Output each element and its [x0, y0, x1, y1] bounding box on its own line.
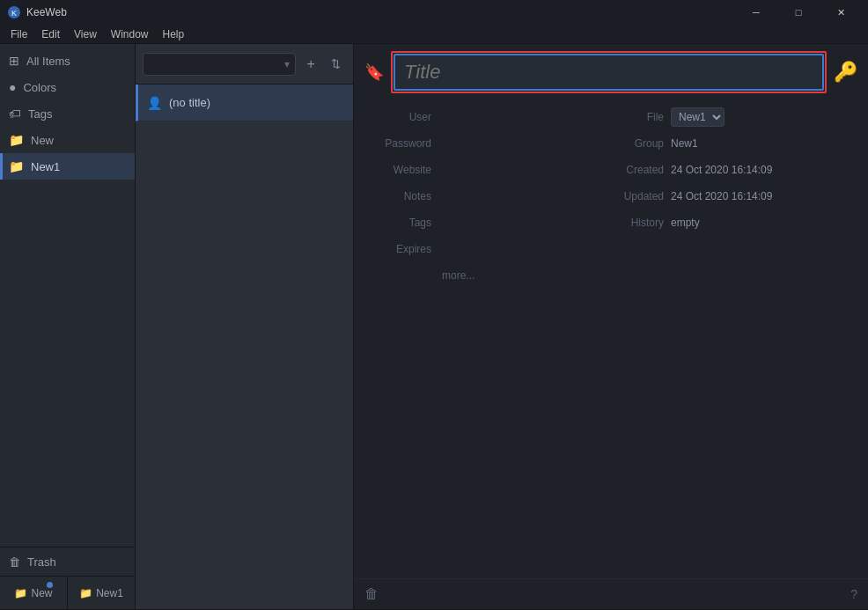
sidebar-item-colors[interactable]: ● Colors — [0, 74, 135, 100]
footer-new1-icon: 📁 — [79, 587, 92, 599]
menu-bar: File Edit View Window Help — [0, 25, 868, 44]
detail-header: 🔖 🔑 — [354, 44, 868, 100]
created-value: 24 Oct 2020 16:14:09 — [671, 164, 772, 176]
app-icon: K — [7, 5, 21, 19]
window-controls: ─ □ ✕ — [736, 0, 861, 25]
tags-label: Tags — [371, 217, 442, 229]
list-panel: ▾ + ⇅ 👤 (no title) — [136, 44, 354, 609]
close-button[interactable]: ✕ — [820, 0, 861, 25]
key-icon[interactable]: 🔑 — [834, 61, 857, 84]
fields-container: User File New1 Password — [371, 100, 850, 292]
colors-icon: ● — [9, 80, 16, 94]
sidebar-item-new1-label: New1 — [31, 160, 60, 173]
folder-icon-new1: 📁 — [9, 159, 24, 173]
sidebar-item-new1[interactable]: 📁 New1 — [0, 153, 135, 180]
new-dot-indicator — [47, 582, 53, 588]
updated-col: Updated 24 Oct 2020 16:14:09 — [611, 190, 850, 202]
sidebar-trash[interactable]: 🗑 Trash — [0, 548, 135, 576]
website-label: Website — [371, 164, 442, 176]
group-label: Group — [611, 137, 664, 150]
entry-title: (no title) — [169, 96, 210, 109]
footer-new1-button[interactable]: 📁 New1 — [68, 577, 135, 609]
more-col: more... — [371, 269, 850, 282]
website-created-row: Website Created 24 Oct 2020 16:14:09 — [371, 157, 850, 183]
password-group-row: Password Group New1 — [371, 130, 850, 157]
sidebar-item-tags-label: Tags — [28, 107, 52, 121]
password-label: Password — [371, 137, 442, 150]
tag-icon: 🏷 — [9, 107, 21, 121]
website-col: Website — [371, 164, 611, 176]
menu-window[interactable]: Window — [104, 26, 156, 42]
sidebar-item-all-items[interactable]: ⊞ All Items — [0, 48, 135, 74]
footer-new-icon: 📁 — [14, 587, 27, 599]
created-col: Created 24 Oct 2020 16:14:09 — [611, 164, 850, 176]
updated-label: Updated — [611, 190, 664, 202]
expires-label: Expires — [371, 243, 442, 255]
sidebar-item-tags[interactable]: 🏷 Tags — [0, 100, 135, 127]
notes-label: Notes — [371, 190, 442, 202]
menu-help[interactable]: Help — [156, 26, 192, 42]
sidebar-footer: 📁 New 📁 New1 — [0, 576, 135, 609]
list-item[interactable]: 👤 (no title) — [136, 85, 353, 121]
sidebar-item-all-items-label: All Items — [26, 55, 70, 68]
sidebar-bottom: 🗑 Trash 📁 New 📁 New1 — [0, 547, 135, 609]
detail-panel: 🔖 🔑 User File New1 — [354, 44, 868, 609]
help-icon[interactable]: ? — [850, 587, 857, 601]
maximize-button[interactable]: □ — [778, 0, 819, 25]
history-label: History — [611, 217, 664, 229]
password-col: Password — [371, 137, 611, 150]
menu-edit[interactable]: Edit — [34, 26, 67, 42]
created-label: Created — [611, 164, 664, 176]
user-col: User — [371, 111, 611, 123]
history-value: empty — [671, 217, 700, 229]
more-link[interactable]: more... — [442, 269, 474, 282]
updated-value: 24 Oct 2020 16:14:09 — [671, 190, 772, 202]
sort-button[interactable]: ⇅ — [327, 53, 347, 76]
title-input-wrapper — [391, 51, 827, 93]
search-input[interactable] — [149, 58, 281, 70]
sidebar-item-new-label: New — [31, 134, 54, 147]
entry-person-icon: 👤 — [147, 96, 162, 110]
tags-history-row: Tags History empty — [371, 209, 850, 236]
app-title: KeeWeb — [26, 6, 736, 18]
tags-col: Tags — [371, 217, 611, 229]
delete-icon[interactable]: 🗑 — [364, 586, 379, 602]
sidebar: ⊞ All Items ● Colors 🏷 Tags 📁 New 📁 New1 — [0, 44, 136, 609]
minimize-button[interactable]: ─ — [736, 0, 776, 25]
menu-view[interactable]: View — [67, 26, 104, 42]
file-select[interactable]: New1 — [671, 107, 725, 127]
detail-fields: User File New1 Password — [354, 100, 868, 578]
trash-icon: 🗑 — [9, 555, 20, 569]
notes-updated-row: Notes Updated 24 Oct 2020 16:14:09 — [371, 183, 850, 209]
group-col: Group New1 — [611, 137, 850, 150]
footer-new-button[interactable]: 📁 New — [0, 577, 68, 609]
menu-file[interactable]: File — [4, 26, 34, 42]
file-label: File — [611, 111, 664, 123]
list-items: 👤 (no title) — [136, 85, 353, 609]
more-row: more... — [371, 262, 850, 289]
expires-col: Expires — [371, 243, 850, 255]
history-col: History empty — [611, 217, 850, 229]
sidebar-trash-label: Trash — [27, 555, 56, 569]
footer-new-label: New — [31, 587, 52, 599]
title-bar: K KeeWeb ─ □ ✕ — [0, 0, 868, 25]
main-layout: ⊞ All Items ● Colors 🏷 Tags 📁 New 📁 New1 — [0, 44, 868, 609]
grid-icon: ⊞ — [9, 54, 19, 68]
footer-new1-label: New1 — [96, 587, 123, 599]
notes-col: Notes — [371, 190, 611, 202]
sidebar-item-new[interactable]: 📁 New — [0, 127, 135, 153]
search-box[interactable]: ▾ — [143, 53, 296, 76]
list-toolbar: ▾ + ⇅ — [136, 44, 353, 85]
title-input[interactable] — [394, 54, 824, 91]
sidebar-nav: ⊞ All Items ● Colors 🏷 Tags 📁 New 📁 New1 — [0, 44, 135, 547]
svg-text:K: K — [11, 9, 17, 18]
user-label: User — [371, 111, 442, 123]
expires-row: Expires — [371, 236, 850, 262]
group-value: New1 — [671, 137, 698, 150]
file-col: File New1 — [611, 107, 850, 127]
sidebar-item-colors-label: Colors — [23, 81, 56, 94]
bookmark-icon[interactable]: 🔖 — [364, 62, 384, 82]
user-file-row: User File New1 — [371, 104, 850, 130]
search-dropdown-icon[interactable]: ▾ — [284, 58, 290, 70]
add-entry-button[interactable]: + — [301, 53, 321, 76]
